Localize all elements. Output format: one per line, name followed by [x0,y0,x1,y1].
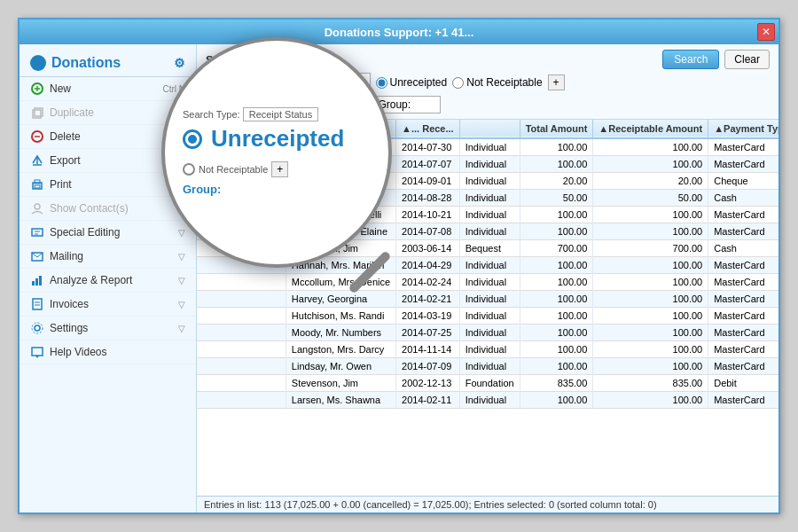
mag-unreceipted-row: Unreceipted [183,125,344,153]
cell-payment: MasterCard [708,308,778,325]
cell-total: 100.00 [520,358,593,375]
radio-unreceipted[interactable]: Unreceipted [376,76,448,89]
col-total-label: Total Amount [526,123,588,134]
cell-receiptable: 100.00 [593,308,708,325]
print-icon [30,177,44,192]
col-total[interactable]: Total Amount [520,120,593,138]
sidebar-item-special-label: Special Editing [50,226,120,239]
radio-not-receiptable[interactable]: Not Receiptable [452,76,542,89]
cell-date: 2014-02-11 [396,392,460,409]
svg-rect-20 [33,299,42,309]
cell-date: 2014-07-07 [396,156,460,173]
cell-receiptable: 100.00 [593,257,708,274]
mailing-arrow: ▽ [178,252,185,262]
sidebar-item-invoices[interactable]: Invoices ▽ [20,293,196,317]
sidebar-config-icon[interactable]: ⚙ [174,56,185,70]
cell-receiptable: 100.00 [593,358,708,375]
not-receiptable-label: Not Receiptable [466,76,542,89]
cell-date: 2014-07-09 [396,358,460,375]
cell-type: Individual [459,223,520,240]
plus-button[interactable]: + [548,74,565,90]
table-row[interactable]: Moody, Mr. Numbers 2014-07-25 Individual… [197,325,778,341]
svg-point-23 [35,325,40,331]
cell-payment: MasterCard [708,341,778,358]
col-payment-label: ▲Payment Type Name [714,123,778,134]
cell-payment: MasterCard [708,325,778,341]
cell-payment: MasterCard [708,358,778,375]
cell-payment: MasterCard [708,291,778,308]
cell-date: 2014-09-01 [396,173,460,190]
sidebar-item-invoices-label: Invoices [50,298,89,310]
cell-total: 100.00 [520,308,593,325]
sidebar-item-export-label: Export [50,154,81,167]
invoice-icon [30,297,44,311]
cell-receiptable: 100.00 [593,392,708,409]
window-title: Donations Support: +1 41... [325,26,474,39]
sidebar-item-mailing-label: Mailing [50,250,83,262]
table-row[interactable]: Harvey, Georgina 2014-02-21 Individual 1… [197,291,778,308]
cell-type: Bequest [459,240,520,257]
mag-receipt-select: Receipt Status [243,107,319,121]
cell-receiptable: 700.00 [593,240,708,257]
cell-name: Larsen, Ms. Shawna [286,392,395,409]
cell-type: Individual [459,207,520,223]
table-row[interactable]: Lindsay, Mr. Owen 2014-07-09 Individual … [197,358,778,375]
cell-receiptable: 50.00 [593,190,708,207]
mag-not-receiptable-label: Not Receiptable [199,164,268,175]
cell-type: Individual [459,291,520,308]
table-row[interactable]: Larsen, Ms. Shawna 2014-02-11 Individual… [197,392,778,409]
sidebar-item-mailing[interactable]: Mailing ▽ [20,245,196,269]
cell-payment: MasterCard [708,207,778,223]
duplicate-icon [30,106,44,120]
cell-total: 100.00 [520,257,593,274]
sidebar-item-new[interactable]: New Ctrl N [20,77,196,101]
delete-icon [30,129,44,144]
cell-receiptable: 100.00 [593,207,708,223]
col-payment[interactable]: ▲Payment Type Name [708,120,778,138]
cell-type: Individual [459,358,520,375]
cell-name: Lindsay, Mr. Owen [286,358,395,375]
mag-radio-selected [183,129,202,149]
cell-date: 2002-12-13 [396,375,460,392]
cell-total: 20.00 [520,173,593,190]
svg-rect-18 [35,278,38,286]
cell-receiptable: 100.00 [593,274,708,291]
cell-date: 2014-03-19 [396,308,460,325]
sidebar-item-special-editing[interactable]: Special Editing ▽ [20,221,196,245]
cell-total: 700.00 [520,240,593,257]
svg-point-12 [35,204,40,209]
search-button[interactable]: Search [662,50,719,69]
table-row[interactable]: Stevenson, Jim 2002-12-13 Foundation 835… [197,375,778,392]
col-receiptable[interactable]: ▲Receiptable Amount [593,120,708,138]
close-button[interactable]: ✕ [757,23,775,41]
cell-type: Individual [459,274,520,291]
cell-receiptable: 100.00 [593,291,708,308]
main-window: Donations Support: +1 41... ✕ Donations … [18,18,780,514]
special-arrow: ▽ [178,228,185,238]
cell-total: 100.00 [520,341,593,358]
sidebar-item-settings[interactable]: Settings ▽ [20,317,196,340]
table-row[interactable]: Hutchison, Ms. Randi 2014-03-19 Individu… [197,308,778,325]
cell-receiptable: 100.00 [593,341,708,358]
sidebar-item-help[interactable]: Help Videos [20,340,196,364]
cell-payment: Cheque [708,173,778,190]
cell-date: 2014-07-08 [396,223,460,240]
svg-rect-11 [35,185,40,188]
cell-payment: MasterCard [708,274,778,291]
cell-type: Individual [459,138,520,156]
clear-button[interactable]: Clear [724,50,770,69]
cell-tax [197,358,286,375]
col-type[interactable] [459,120,520,138]
table-row[interactable]: Langston, Mrs. Darcy 2014-11-14 Individu… [197,341,778,358]
cell-total: 100.00 [520,138,593,156]
cell-date: 2014-08-28 [396,190,460,207]
col-receipt-date[interactable]: ▲... Rece... [396,120,460,138]
cell-name: Langston, Mrs. Darcy [286,341,395,358]
cell-date: 2014-02-21 [396,291,460,308]
cell-payment: MasterCard [708,257,778,274]
mag-not-receiptable: Not Receiptable + [183,161,288,177]
mag-plus-btn[interactable]: + [271,161,288,177]
cell-tax [197,291,286,308]
sidebar-item-analyze[interactable]: Analyze & Report ▽ [20,269,196,293]
table-row[interactable]: Mccollum, Mrs. Denice 2014-02-24 Individ… [197,274,778,291]
